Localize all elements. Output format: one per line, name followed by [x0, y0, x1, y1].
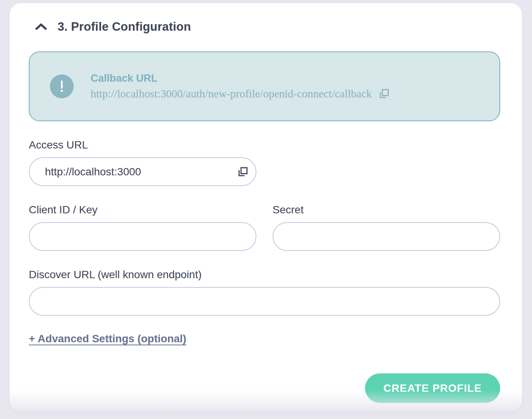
secret-input[interactable] — [273, 222, 500, 251]
client-id-label: Client ID / Key — [29, 204, 256, 216]
access-url-label: Access URL — [29, 139, 500, 151]
discover-url-label: Discover URL (well known endpoint) — [29, 269, 500, 281]
exclamation-icon — [50, 74, 74, 98]
copy-callback-url-button[interactable] — [378, 88, 390, 100]
advanced-settings-link[interactable]: + Advanced Settings (optional) — [29, 333, 186, 345]
secret-label: Secret — [273, 204, 500, 216]
profile-configuration-panel: 3. Profile Configuration Callback URL ht… — [10, 3, 522, 411]
section-header: 3. Profile Configuration — [35, 20, 500, 34]
callback-url-label: Callback URL — [91, 73, 390, 84]
access-url-input[interactable] — [29, 157, 256, 186]
discover-url-input[interactable] — [29, 287, 500, 316]
callback-url-value: http://localhost:3000/auth/new-profile/o… — [91, 87, 372, 100]
copy-icon — [378, 88, 390, 100]
callback-text-block: Callback URL http://localhost:3000/auth/… — [91, 73, 390, 100]
callback-url-info-box: Callback URL http://localhost:3000/auth/… — [29, 51, 500, 121]
copy-access-url-button[interactable] — [237, 166, 249, 178]
chevron-up-icon — [35, 22, 48, 31]
section-title: 3. Profile Configuration — [58, 20, 191, 34]
client-id-input[interactable] — [29, 222, 256, 251]
create-profile-button[interactable]: CREATE PROFILE — [365, 373, 500, 403]
copy-icon — [237, 166, 249, 178]
collapse-section-button[interactable] — [35, 21, 48, 32]
